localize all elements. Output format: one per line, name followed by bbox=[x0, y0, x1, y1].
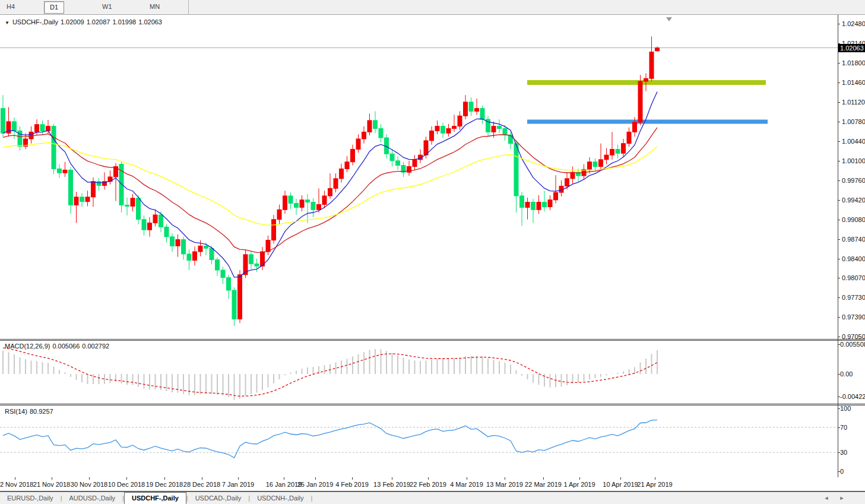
candle-body bbox=[255, 264, 259, 266]
candle-body bbox=[91, 182, 96, 197]
candle-body bbox=[52, 126, 56, 169]
candle-body bbox=[480, 109, 484, 119]
candle-body bbox=[520, 196, 524, 207]
candle-body bbox=[548, 200, 552, 207]
candle-body bbox=[599, 160, 603, 167]
candle-body bbox=[216, 260, 220, 270]
candle-body bbox=[306, 200, 310, 202]
candle-body bbox=[29, 132, 33, 139]
chart-header: ▼USDCHF-,Daily1.020091.020871.019981.020… bbox=[5, 18, 164, 26]
candle-body bbox=[85, 197, 90, 202]
candle-body bbox=[644, 78, 648, 81]
candle-body bbox=[266, 240, 270, 252]
candle-body bbox=[464, 102, 468, 116]
candle-body bbox=[543, 202, 547, 207]
macd-main-value: 0.005066 bbox=[52, 343, 80, 350]
candle-body bbox=[565, 179, 569, 186]
candle-body bbox=[35, 125, 39, 132]
candle-body bbox=[446, 129, 451, 134]
candle-body bbox=[492, 126, 496, 132]
candle-body bbox=[232, 290, 236, 319]
candle-body bbox=[58, 169, 62, 173]
high-value: 1.02087 bbox=[87, 18, 110, 26]
candle-body bbox=[277, 210, 281, 219]
candle-body bbox=[164, 227, 169, 236]
candle-body bbox=[289, 196, 293, 204]
candle-body bbox=[503, 129, 507, 135]
candle-body bbox=[69, 170, 73, 205]
candle-body bbox=[413, 160, 417, 167]
candle-body bbox=[571, 172, 575, 179]
candle-body bbox=[334, 179, 338, 188]
candle-body bbox=[475, 109, 479, 112]
candle-body bbox=[170, 237, 175, 246]
collapse-icon[interactable]: ▼ bbox=[5, 20, 9, 26]
candle-body bbox=[182, 240, 186, 254]
candle-body bbox=[430, 131, 434, 140]
rsi-value: 80.9257 bbox=[30, 408, 53, 415]
candle-body bbox=[40, 125, 45, 131]
candle-body bbox=[362, 132, 366, 139]
macd-label: MACD(12,26,9)0.0050660.002792 bbox=[5, 343, 112, 350]
candle-body bbox=[633, 122, 637, 132]
candle-body bbox=[311, 202, 315, 210]
candle-body bbox=[379, 129, 383, 138]
candle-body bbox=[187, 254, 191, 261]
candle-body bbox=[469, 102, 473, 112]
candle-body bbox=[227, 278, 231, 290]
candle-body bbox=[498, 126, 502, 129]
candle-body bbox=[367, 121, 372, 132]
rsi-name: RSI(14) bbox=[5, 408, 27, 415]
candle-body bbox=[63, 170, 67, 173]
candle-body bbox=[396, 161, 400, 166]
chart-shift-marker-icon bbox=[666, 17, 672, 21]
candle-body bbox=[604, 155, 609, 160]
candle-body bbox=[176, 240, 180, 246]
rsi-label: RSI(14)80.9257 bbox=[5, 408, 56, 415]
candle-body bbox=[509, 135, 513, 144]
candle-body bbox=[153, 215, 157, 223]
low-value: 1.01998 bbox=[112, 18, 136, 26]
candle-body bbox=[249, 255, 254, 264]
candle-body bbox=[125, 205, 129, 206]
candle-body bbox=[610, 149, 614, 155]
candle-body bbox=[74, 197, 78, 205]
candle-body bbox=[300, 200, 304, 208]
candle-body bbox=[137, 198, 141, 220]
candle-body bbox=[390, 154, 394, 161]
candle-body bbox=[210, 248, 214, 259]
candle-body bbox=[655, 48, 660, 51]
rsi-line bbox=[3, 420, 657, 458]
candle-body bbox=[12, 122, 17, 131]
candle-body bbox=[345, 162, 349, 169]
candle-body bbox=[554, 192, 558, 200]
candle-body bbox=[593, 162, 597, 167]
candle-body bbox=[525, 202, 530, 208]
candle-body bbox=[198, 246, 202, 252]
candle-body bbox=[531, 202, 536, 210]
chart-canvas[interactable] bbox=[0, 0, 865, 504]
candle-body bbox=[537, 202, 541, 210]
candle-body bbox=[97, 182, 101, 186]
candle-body bbox=[193, 252, 197, 261]
candle-body bbox=[627, 132, 631, 143]
candle-body bbox=[46, 126, 50, 131]
candle-body bbox=[351, 149, 355, 161]
candle-body bbox=[294, 204, 299, 208]
close-value: 1.02063 bbox=[138, 18, 162, 26]
candle-body bbox=[322, 196, 327, 205]
open-value: 1.02009 bbox=[61, 18, 84, 26]
candle-body bbox=[1, 109, 5, 134]
candle-body bbox=[638, 81, 642, 122]
candle-body bbox=[131, 198, 135, 207]
candle-body bbox=[148, 223, 152, 230]
candle-body bbox=[340, 169, 344, 178]
candle-body bbox=[272, 220, 276, 240]
candle-body bbox=[649, 52, 654, 79]
symbol-label: USDCHF-,Daily bbox=[12, 18, 58, 26]
candle-body bbox=[616, 149, 620, 153]
terminal-window: H4D1W1MN ▼USDCHF-,Daily1.020091.020871.0… bbox=[0, 0, 865, 504]
candle-body bbox=[622, 144, 626, 153]
macd-name: MACD(12,26,9) bbox=[5, 343, 50, 350]
candle-body bbox=[588, 162, 592, 170]
